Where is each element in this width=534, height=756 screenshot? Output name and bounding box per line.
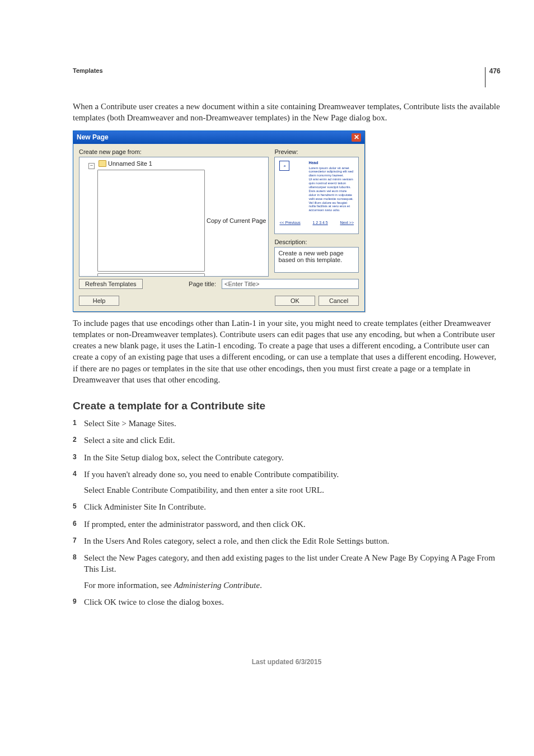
step-item: 3In the Site Setup dialog box, select th… xyxy=(73,452,500,463)
dialog-title: New Page xyxy=(77,133,109,141)
step-text: Select a site and click Edit. xyxy=(84,436,175,445)
step-item: 5Click Administer Site In Contribute. xyxy=(73,501,500,512)
step-item: 1Select Site > Manage Sites. xyxy=(73,418,500,429)
steps-list: 1Select Site > Manage Sites. 2Select a s… xyxy=(73,418,500,608)
step-number: 3 xyxy=(73,452,77,461)
step-number: 4 xyxy=(73,469,77,478)
step-text: Click OK twice to close the dialog boxes… xyxy=(84,598,224,606)
page-footer: Last updated 6/3/2015 xyxy=(73,658,500,666)
step-subtext: For more information, see Administering … xyxy=(84,580,500,591)
cancel-button[interactable]: Cancel xyxy=(318,296,359,306)
preview-index[interactable]: 1 2 3 4 5 xyxy=(312,221,327,230)
preview-pane: a Head Lorem ipsum dolor sit amet consec… xyxy=(274,157,359,234)
step-number: 1 xyxy=(73,418,77,427)
left-column: Create new page from: − Unnamed Site 1 C… xyxy=(79,148,269,277)
preview-body: Head Lorem ipsum dolor sit amet consecte… xyxy=(308,161,354,218)
close-icon[interactable]: ✕ xyxy=(352,133,361,142)
help-button[interactable]: Help xyxy=(79,296,119,306)
ok-button[interactable]: OK xyxy=(275,296,315,306)
step-number: 5 xyxy=(73,502,77,511)
folder-open-icon xyxy=(99,160,106,167)
preview-prev-link[interactable]: << Previous xyxy=(279,221,300,230)
step-text: If prompted, enter the administrator pas… xyxy=(84,520,306,529)
dialog-titlebar: New Page ✕ xyxy=(73,131,364,144)
page-number: 476 xyxy=(489,67,500,75)
step-item: 2Select a site and click Edit. xyxy=(73,435,500,446)
intro-paragraph: When a Contribute user creates a new doc… xyxy=(73,101,500,124)
new-page-dialog: New Page ✕ Create new page from: − Unnam… xyxy=(73,130,365,312)
step-item: 6If prompted, enter the administrator pa… xyxy=(73,519,500,530)
step-number: 8 xyxy=(73,553,77,562)
page-title-label: Page title: xyxy=(189,281,216,287)
step-number: 9 xyxy=(73,597,77,606)
create-from-label: Create new page from: xyxy=(79,148,269,155)
refresh-templates-button[interactable]: Refresh Templates xyxy=(79,279,143,289)
page-icon xyxy=(97,170,205,272)
step-item: 7In the Users And Roles category, select… xyxy=(73,535,500,547)
right-column: Preview: a Head Lorem ipsum dolor sit am… xyxy=(274,148,359,277)
step-item: 9Click OK twice to close the dialog boxe… xyxy=(73,596,500,608)
step-text: Click Administer Site In Contribute. xyxy=(84,502,206,511)
running-head: Templates xyxy=(73,67,500,74)
page-title-input[interactable]: <Enter Title> xyxy=(222,279,359,289)
step-text: Select Site > Manage Sites. xyxy=(84,419,176,428)
after-dialog-paragraph: To include pages that use encodings othe… xyxy=(73,318,500,386)
preview-logo-icon: a xyxy=(279,161,289,171)
description-label: Description: xyxy=(274,239,359,245)
preview-label: Preview: xyxy=(274,148,359,155)
step-number: 6 xyxy=(73,519,77,528)
description-box: Create a new web page based on this temp… xyxy=(274,247,359,273)
tree-item-copy[interactable]: Copy of Current Page xyxy=(207,217,266,224)
step-number: 7 xyxy=(73,536,77,545)
step-text: Select the New Pages category, and then … xyxy=(84,553,495,573)
section-heading: Create a template for a Contribute site xyxy=(73,400,500,412)
step-text: In the Users And Roles category, select … xyxy=(84,536,389,545)
page-number-block: 476 xyxy=(485,67,500,87)
step-text: In the Site Setup dialog box, select the… xyxy=(84,453,284,462)
step-text: If you haven't already done so, you need… xyxy=(84,470,339,479)
step-number: 2 xyxy=(73,435,77,444)
step-subtext: Select Enable Contribute Compatibility, … xyxy=(84,484,500,496)
preview-next-link[interactable]: Next >> xyxy=(340,221,354,230)
collapse-icon[interactable]: − xyxy=(88,163,95,169)
preview-heading: Head xyxy=(308,161,354,165)
tree-root[interactable]: Unnamed Site 1 xyxy=(108,160,152,167)
step-item: 8Select the New Pages category, and then… xyxy=(73,552,500,591)
tree-panel[interactable]: − Unnamed Site 1 Copy of Current Page Bl… xyxy=(79,157,269,277)
step-item: 4If you haven't already done so, you nee… xyxy=(73,469,500,496)
page-icon xyxy=(97,273,205,277)
